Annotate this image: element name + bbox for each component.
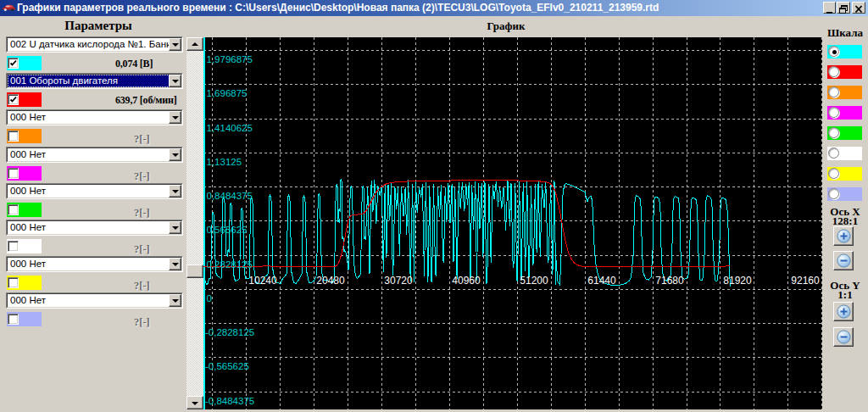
svg-text:40960: 40960 xyxy=(452,275,481,287)
svg-text:0,8484375: 0,8484375 xyxy=(207,191,253,201)
svg-text:0,2828125: 0,2828125 xyxy=(207,259,253,270)
svg-text:0: 0 xyxy=(207,293,212,303)
svg-text:61440: 61440 xyxy=(587,275,616,287)
svg-text:1,13125: 1,13125 xyxy=(207,157,242,167)
svg-text:81920: 81920 xyxy=(723,275,752,287)
svg-text:-0,8484375: -0,8484375 xyxy=(205,396,254,406)
svg-text:10240: 10240 xyxy=(248,275,277,287)
svg-text:-0,2828125: -0,2828125 xyxy=(205,327,254,337)
svg-text:51200: 51200 xyxy=(520,275,548,287)
svg-text:0,565625: 0,565625 xyxy=(207,225,248,235)
svg-text:1,4140625: 1,4140625 xyxy=(207,123,253,133)
svg-text:30720: 30720 xyxy=(384,275,413,287)
svg-text:92160: 92160 xyxy=(791,275,820,287)
svg-text:-0,565625: -0,565625 xyxy=(205,361,249,371)
svg-text:71680: 71680 xyxy=(655,275,684,287)
svg-text:1,9796875: 1,9796875 xyxy=(207,54,253,64)
svg-text:20480: 20480 xyxy=(316,275,345,287)
svg-text:1,696875: 1,696875 xyxy=(207,88,248,98)
